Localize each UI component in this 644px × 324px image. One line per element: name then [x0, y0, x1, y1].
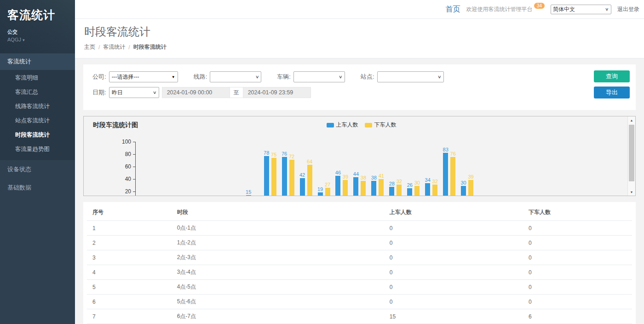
table-cell: 6 — [523, 309, 632, 324]
scroll-up-arrow-icon[interactable]: ▲ — [628, 116, 635, 124]
sidebar-item-设备状态[interactable]: 设备状态 — [0, 160, 75, 179]
action-buttons: 查询 导出 — [594, 70, 630, 98]
bar-column: 38 — [361, 142, 366, 196]
date-end-input[interactable] — [243, 87, 311, 98]
table-cell: 1 — [87, 221, 172, 236]
bar — [282, 157, 287, 196]
date-preset-select[interactable]: 昨日 — [109, 87, 159, 98]
content: 公司: ---请选择--- 线路: 车辆: 站点: — [75, 58, 644, 324]
bar-column: 0 — [200, 142, 205, 196]
date-start-input[interactable] — [162, 87, 230, 98]
bar-value-label: 41 — [379, 173, 384, 179]
language-select[interactable]: 简体中文 — [551, 5, 611, 14]
bar-column: 76 — [282, 142, 287, 196]
y-axis-tick-label: 100 — [122, 139, 131, 145]
date-label: 日期: — [92, 88, 106, 97]
bar-column: 0 — [497, 142, 502, 196]
sidebar-subitem-客流明细[interactable]: 客流明细 — [0, 71, 75, 85]
sidebar-subitem-客流汇总[interactable]: 客流汇总 — [0, 85, 75, 99]
breadcrumb-item[interactable]: 客流统计 — [103, 43, 125, 51]
bar-column: 34 — [425, 142, 430, 196]
bar-group: 263015点-16点 — [404, 142, 422, 196]
table-row: 54点-5点00 — [87, 280, 632, 295]
bar-group: 384113点-14点 — [368, 142, 386, 196]
org-code-dropdown[interactable]: AQGJ ▾ — [7, 37, 68, 42]
bar-value-label: 30 — [461, 180, 466, 185]
bar-column: 0 — [146, 142, 151, 196]
bar — [407, 188, 412, 196]
export-button[interactable]: 导出 — [594, 87, 630, 98]
bar-value-label: 38 — [361, 175, 366, 180]
bar — [264, 156, 269, 196]
table-body: 10点-1点0021点-2点0032点-3点0043点-4点0054点-5点00… — [87, 221, 632, 324]
company-select[interactable]: ---请选择--- — [109, 71, 178, 82]
bar-column: 0 — [228, 142, 233, 196]
table-cell: 0 — [523, 280, 632, 295]
bar — [353, 177, 358, 196]
scroll-down-arrow-icon[interactable]: ▼ — [628, 188, 635, 196]
bar-value-label: 76 — [450, 151, 456, 156]
sidebar-subitem-站点客流统计[interactable]: 站点客流统计 — [0, 114, 75, 128]
bar-column: 27 — [325, 142, 330, 196]
vehicle-filter: 车辆: — [277, 71, 345, 82]
bar-column: 0 — [192, 142, 197, 196]
table-cell: 6点-7点 — [172, 309, 384, 324]
logout-link[interactable]: 退出登录 — [617, 6, 639, 13]
bar-value-label: 83 — [443, 147, 448, 152]
sidebar-item-客流统计[interactable]: 客流统计 — [0, 53, 75, 70]
scrollbar-track[interactable] — [628, 124, 635, 188]
bar-value-label: 76 — [282, 151, 287, 156]
bar-column: 76 — [450, 142, 455, 196]
bar-group: 0021点-22点 — [512, 142, 530, 196]
bar-column: 0 — [138, 142, 144, 196]
legend-item-下车人数[interactable]: 下车人数 — [365, 121, 397, 129]
plot-zone: 020406080100000点-1点001点-2点002点-3点003点-4点… — [84, 142, 635, 196]
sidebar-subitem-时段客流统计[interactable]: 时段客流统计 — [0, 128, 75, 142]
home-link[interactable]: 首页 — [446, 5, 460, 14]
bar-group: 0023点-24点 — [548, 142, 566, 196]
table-header-cell: 上车人数 — [384, 205, 523, 221]
scrollbar-thumb[interactable] — [629, 125, 634, 181]
bar — [443, 153, 448, 196]
vehicle-select[interactable] — [293, 71, 345, 82]
sidebar-subitem-客流量趋势图[interactable]: 客流量趋势图 — [0, 142, 75, 156]
bar-value-label: 28 — [389, 181, 395, 186]
bar — [414, 186, 420, 197]
bar-group: 283214点-15点 — [386, 142, 404, 196]
bar-group: 303918点-19点 — [458, 142, 476, 196]
query-button[interactable]: 查询 — [594, 70, 630, 82]
table-cell: 3 — [87, 250, 172, 265]
y-axis-tick-label: 60 — [125, 163, 131, 170]
line-select[interactable] — [210, 71, 261, 82]
company-label: 公司: — [92, 73, 106, 81]
table-panel: 序号时段上车人数下车人数 10点-1点0021点-2点0032点-3点0043点… — [83, 202, 636, 324]
table-header-row: 序号时段上车人数下车人数 — [87, 205, 632, 221]
bar — [468, 180, 473, 196]
bar — [425, 183, 430, 196]
bar-column: 0 — [174, 142, 179, 196]
station-select[interactable] — [377, 71, 444, 82]
sidebar-subitem-线路客流统计[interactable]: 线路客流统计 — [0, 99, 75, 114]
bar-group: 005点-6点 — [225, 142, 243, 196]
bar-column: 0 — [236, 142, 241, 196]
breadcrumb-separator: / — [98, 44, 100, 51]
y-axis-tick-label: 40 — [125, 176, 131, 182]
legend-item-上车人数[interactable]: 上车人数 — [327, 121, 358, 129]
breadcrumb-item[interactable]: 时段客流统计 — [133, 43, 167, 51]
legend-swatch-icon — [327, 123, 334, 127]
table-row: 32点-3点00 — [87, 250, 632, 265]
company-filter: 公司: ---请选择--- — [92, 71, 178, 82]
table-cell: 0 — [523, 265, 632, 280]
bar-column: 26 — [407, 142, 412, 196]
bar-column: 15 — [246, 142, 251, 196]
bar — [325, 188, 330, 196]
brand-area: 客流统计 公交 AQGJ ▾ — [0, 0, 75, 53]
bar — [343, 180, 348, 196]
bar — [271, 158, 276, 196]
breadcrumb-item[interactable]: 主页 — [84, 43, 95, 51]
bar-column: 0 — [504, 142, 509, 196]
language-select-wrap: 简体中文 — [551, 5, 611, 14]
bar-group: 42649点-10点 — [297, 142, 315, 196]
bar-column: 38 — [371, 142, 376, 196]
sidebar-item-基础数据[interactable]: 基础数据 — [0, 179, 75, 197]
